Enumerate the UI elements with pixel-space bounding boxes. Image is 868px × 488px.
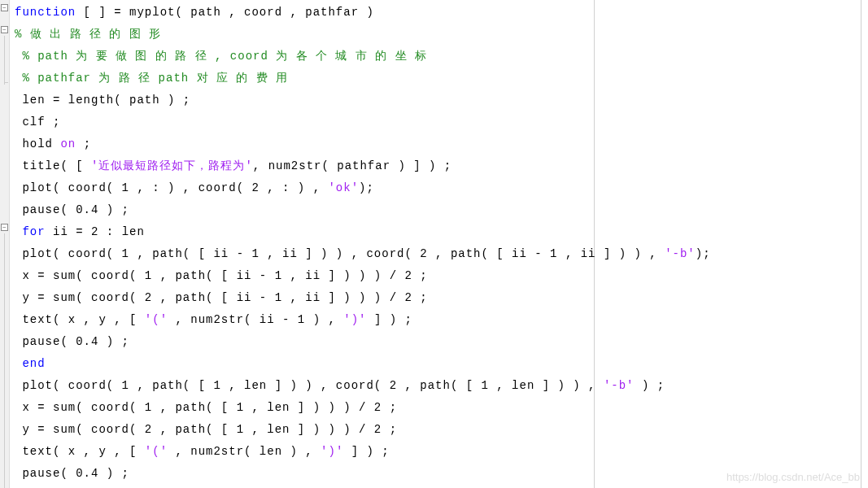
- code-text: , num2str( ii - 1 ) ,: [168, 313, 343, 326]
- code-line: % pathfar 为 路 径 path 对 应 的 费 用: [11, 68, 868, 89]
- code-line: text( x , y , [ '(' , num2str( ii - 1 ) …: [11, 309, 868, 331]
- string: '-b': [665, 247, 696, 260]
- string: ')': [321, 445, 343, 458]
- code-text: ] ) ;: [367, 313, 412, 326]
- code-text: ;: [76, 137, 91, 150]
- code-text: pause( 0.4 ) ;: [15, 203, 129, 216]
- code-line: text( x , y , [ '(' , num2str( len ) , '…: [11, 441, 868, 463]
- fold-line: [4, 233, 5, 488]
- code-text: y = sum( coord( 2 , path( [ ii - 1 , ii …: [15, 291, 428, 304]
- code-line: clf ;: [11, 111, 868, 133]
- code-line: pause( 0.4 ) ;: [11, 331, 868, 353]
- code-text: [15, 357, 22, 370]
- code-text: plot( coord( 1 , path( [ ii - 1 , ii ] )…: [15, 247, 665, 260]
- string: ')': [343, 313, 366, 326]
- code-line: len = length( path ) ;: [11, 89, 868, 111]
- code-line: plot( coord( 1 , : ) , coord( 2 , : ) , …: [11, 177, 868, 199]
- code-text: , num2str( pathfar ) ] ) ;: [253, 159, 451, 172]
- fold-line: [4, 36, 5, 85]
- code-text: len = length( path ) ;: [15, 94, 190, 107]
- fold-icon[interactable]: −: [1, 4, 8, 11]
- code-text: pause( 0.4 ) ;: [15, 467, 129, 480]
- code-text: [ ] = myplot( path , coord , pathfar ): [76, 6, 374, 19]
- string: '(': [145, 445, 168, 458]
- code-line: plot( coord( 1 , path( [ 1 , len ] ) ) ,…: [11, 375, 868, 397]
- code-text: x = sum( coord( 1 , path( [ 1 , len ] ) …: [15, 401, 397, 414]
- code-text: ] ) ;: [343, 445, 389, 458]
- code-gutter: − − −: [0, 0, 10, 488]
- code-text: text( x , y , [: [15, 313, 145, 326]
- watermark: https://blog.csdn.net/Ace_bb: [726, 471, 860, 483]
- code-text: y = sum( coord( 2 , path( [ 1 , len ] ) …: [15, 423, 397, 436]
- code-line: plot( coord( 1 , path( [ ii - 1 , ii ] )…: [11, 243, 868, 265]
- string: '-b': [604, 379, 635, 392]
- code-line: title( [ '近似最短路径如下，路程为', num2str( pathfa…: [11, 155, 868, 177]
- code-line: hold on ;: [11, 133, 868, 155]
- code-text: ) ;: [635, 379, 665, 392]
- code-line: end: [11, 353, 868, 375]
- code-line: x = sum( coord( 1 , path( [ 1 , len ] ) …: [11, 397, 868, 419]
- code-text: plot( coord( 1 , : ) , coord( 2 , : ) ,: [15, 181, 328, 194]
- fold-end-icon: [4, 82, 8, 83]
- string: on: [60, 137, 76, 150]
- code-text: plot( coord( 1 , path( [ 1 , len ] ) ) ,…: [15, 379, 604, 392]
- string: 'ok': [328, 181, 359, 194]
- code-editor[interactable]: function [ ] = myplot( path , coord , pa…: [11, 0, 868, 488]
- string: '近似最短路径如下，路程为': [91, 159, 253, 172]
- keyword: for: [22, 225, 45, 238]
- code-text: clf ;: [15, 115, 60, 129]
- comment: % pathfar 为 路 径 path 对 应 的 费 用: [15, 72, 288, 85]
- code-text: x = sum( coord( 1 , path( [ ii - 1 , ii …: [15, 269, 428, 282]
- code-text: ii = 2 : len: [46, 225, 145, 238]
- fold-icon[interactable]: −: [1, 224, 8, 231]
- code-line: pause( 0.4 ) ;: [11, 199, 868, 221]
- code-text: hold: [15, 137, 60, 150]
- code-line: function [ ] = myplot( path , coord , pa…: [11, 2, 868, 24]
- comment: % 做 出 路 径 的 图 形: [15, 28, 161, 41]
- code-line: for ii = 2 : len: [11, 221, 868, 243]
- code-text: );: [359, 181, 374, 194]
- keyword: end: [22, 357, 45, 370]
- code-text: title( [: [15, 159, 91, 172]
- fold-icon[interactable]: −: [1, 26, 8, 33]
- code-line: y = sum( coord( 2 , path( [ 1 , len ] ) …: [11, 419, 868, 441]
- code-text: pause( 0.4 ) ;: [15, 335, 129, 348]
- code-text: , num2str( len ) ,: [168, 445, 321, 458]
- string: '(': [145, 313, 168, 326]
- code-line: hold off ;: [11, 485, 868, 488]
- code-text: text( x , y , [: [15, 445, 145, 458]
- comment: % path 为 要 做 图 的 路 径 , coord 为 各 个 城 市 的…: [15, 50, 427, 63]
- code-text: [15, 225, 22, 238]
- code-line: y = sum( coord( 2 , path( [ ii - 1 , ii …: [11, 287, 868, 309]
- code-text: );: [696, 247, 711, 260]
- code-line: % 做 出 路 径 的 图 形: [11, 24, 868, 46]
- code-line: x = sum( coord( 1 , path( [ ii - 1 , ii …: [11, 265, 868, 287]
- code-line: % path 为 要 做 图 的 路 径 , coord 为 各 个 城 市 的…: [11, 46, 868, 68]
- keyword: function: [15, 6, 76, 19]
